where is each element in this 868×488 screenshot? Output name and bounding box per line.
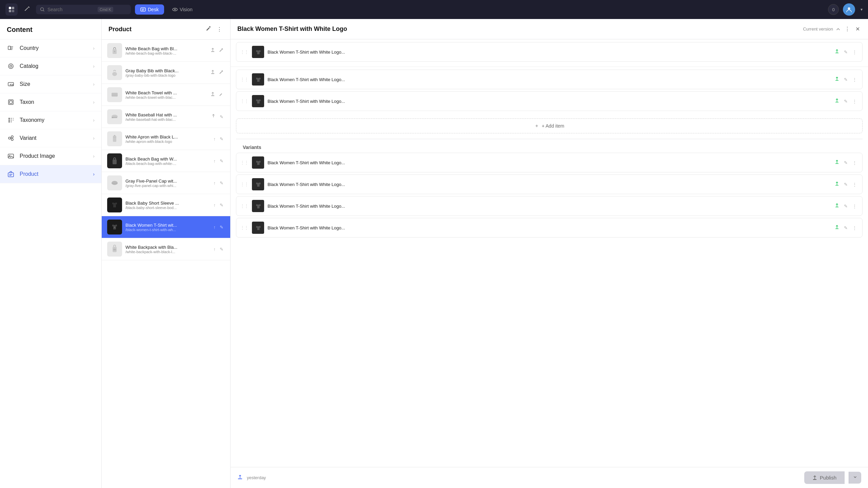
- product-upload-button[interactable]: ↑: [212, 246, 217, 252]
- sidebar-item-country[interactable]: Country ›: [0, 39, 101, 57]
- app-logo[interactable]: [5, 3, 18, 16]
- footer-timestamp: yesterday: [247, 475, 800, 480]
- sidebar-item-product-image[interactable]: Product Image ›: [0, 147, 101, 165]
- add-item-button[interactable]: ＋ + Add item: [236, 118, 863, 133]
- product-item[interactable]: White Apron with Black L... /white-apron…: [102, 128, 230, 150]
- svg-point-23: [13, 119, 14, 121]
- item-edit-button[interactable]: ✎: [843, 49, 849, 55]
- search-bar[interactable]: Cmd K: [36, 5, 131, 14]
- variant-pin-button[interactable]: [833, 203, 841, 209]
- desk-button[interactable]: Desk: [135, 4, 164, 15]
- product-upload-button[interactable]: [209, 69, 216, 76]
- right-panel-title: Black Women T-Shirt with White Logo: [237, 25, 800, 33]
- product-slug: /white-beach-towel-with-blac...: [125, 95, 206, 99]
- variant-pin-button[interactable]: [833, 181, 841, 188]
- item-row-partial: ⋮⋮ Black Women T-Shirt with White Logo..…: [236, 42, 863, 62]
- search-input[interactable]: [47, 7, 95, 12]
- drag-handle[interactable]: ⋮⋮: [240, 77, 249, 82]
- product-item[interactable]: Black Beach Bag with W... /black-beach-b…: [102, 150, 230, 172]
- user-avatar[interactable]: [843, 3, 855, 16]
- drag-handle[interactable]: ⋮⋮: [240, 50, 249, 54]
- vision-button[interactable]: Vision: [168, 4, 197, 15]
- product-upload-button[interactable]: ↑: [212, 180, 217, 186]
- drag-handle[interactable]: ⋮⋮: [240, 99, 249, 104]
- product-item[interactable]: Gray Baby Bib with Black... /gray-baby-b…: [102, 62, 230, 84]
- product-item[interactable]: Black Baby Short Sleeve ... /black-baby-…: [102, 194, 230, 216]
- sidebar-item-label: Variant: [20, 135, 88, 141]
- product-edit-button[interactable]: ✎: [218, 114, 225, 120]
- product-upload-button[interactable]: [209, 47, 216, 54]
- product-upload-button[interactable]: [210, 113, 217, 120]
- edit-button[interactable]: [22, 4, 32, 16]
- notification-badge[interactable]: 0: [828, 4, 839, 15]
- drag-handle[interactable]: ⋮⋮: [240, 160, 249, 165]
- product-edit-button[interactable]: ✎: [218, 202, 225, 208]
- item-more-button[interactable]: ⋮: [851, 76, 858, 83]
- variant-more-button[interactable]: ⋮: [851, 181, 858, 188]
- svg-point-17: [8, 119, 10, 121]
- svg-rect-1: [12, 7, 14, 9]
- product-thumbnail: [107, 109, 122, 124]
- sidebar-item-variant[interactable]: Variant ›: [0, 129, 101, 147]
- variant-pin-button[interactable]: [833, 224, 841, 231]
- panel-edit-button[interactable]: [204, 24, 213, 34]
- drag-handle[interactable]: ⋮⋮: [240, 182, 249, 187]
- product-edit-button[interactable]: ✎: [218, 136, 225, 142]
- item-more-button[interactable]: ⋮: [851, 49, 858, 55]
- right-more-button[interactable]: ⋮: [843, 24, 851, 34]
- product-item[interactable]: White Backpack with Bla... /white-backpa…: [102, 238, 230, 260]
- product-upload-button[interactable]: [209, 91, 216, 98]
- sidebar-item-taxonomy[interactable]: Taxonomy ›: [0, 111, 101, 129]
- product-edit-button[interactable]: ✎: [218, 246, 225, 252]
- item-edit-button[interactable]: ✎: [843, 76, 849, 83]
- product-item[interactable]: Gray Five-Panel Cap wit... /gray-five-pa…: [102, 172, 230, 194]
- variant-more-button[interactable]: ⋮: [851, 159, 858, 166]
- product-upload-button[interactable]: ↑: [212, 158, 217, 164]
- product-item[interactable]: White Baseball Hat with ... /white-baseb…: [102, 106, 230, 128]
- product-item[interactable]: White Beach Towel with ... /white-beach-…: [102, 84, 230, 106]
- item-pin-button[interactable]: [833, 98, 841, 105]
- right-close-button[interactable]: ✕: [854, 24, 861, 34]
- svg-point-31: [114, 51, 115, 52]
- product-edit-button[interactable]: [218, 69, 225, 76]
- item-thumbnail: [252, 73, 264, 86]
- variant-edit-button[interactable]: ✎: [843, 225, 849, 231]
- sidebar-item-product[interactable]: Product ›: [0, 165, 101, 183]
- sidebar-item-catalog[interactable]: Catalog ›: [0, 57, 101, 75]
- product-edit-button[interactable]: ✎: [218, 180, 225, 186]
- product-edit-button[interactable]: [218, 47, 225, 54]
- drag-handle[interactable]: ⋮⋮: [240, 225, 249, 230]
- item-pin-button[interactable]: [833, 49, 841, 55]
- item-edit-button[interactable]: ✎: [843, 98, 849, 105]
- product-edit-button[interactable]: [218, 91, 225, 98]
- product-upload-button[interactable]: ↑: [212, 202, 217, 208]
- svg-rect-9: [8, 46, 11, 50]
- product-edit-button[interactable]: ✎: [218, 158, 225, 164]
- product-actions: ✎: [210, 113, 225, 120]
- product-image-icon: [7, 152, 15, 160]
- variant-edit-button[interactable]: ✎: [843, 203, 849, 209]
- drag-handle[interactable]: ⋮⋮: [240, 204, 249, 208]
- publish-dropdown-button[interactable]: [849, 472, 861, 484]
- svg-point-11: [10, 65, 12, 67]
- sidebar-item-taxon[interactable]: Taxon ›: [0, 93, 101, 111]
- product-thumbnail: [107, 65, 122, 80]
- variant-edit-button[interactable]: ✎: [843, 159, 849, 166]
- product-item[interactable]: White Beach Bag with Bl... /white-beach-…: [102, 40, 230, 62]
- item-pin-button[interactable]: [833, 76, 841, 83]
- sidebar-item-size[interactable]: Kb Size ›: [0, 75, 101, 93]
- product-name: Black Baby Short Sleeve ...: [125, 201, 209, 206]
- product-edit-button[interactable]: ✎: [218, 224, 225, 230]
- variant-edit-button[interactable]: ✎: [843, 181, 849, 188]
- variant-more-button[interactable]: ⋮: [851, 225, 858, 231]
- variant-more-button[interactable]: ⋮: [851, 203, 858, 209]
- panel-more-button[interactable]: ⋮: [215, 25, 223, 34]
- product-actions: ↑ ✎: [212, 136, 225, 142]
- product-upload-button[interactable]: ↑: [212, 136, 217, 142]
- variant-pin-button[interactable]: [833, 159, 841, 166]
- item-more-button[interactable]: ⋮: [851, 98, 858, 105]
- product-name: Black Women T-Shirt wit...: [125, 223, 209, 228]
- product-upload-button[interactable]: ↑: [212, 224, 217, 230]
- publish-button[interactable]: Publish: [804, 471, 845, 484]
- product-item-selected[interactable]: Black Women T-Shirt wit... /black-women-…: [102, 216, 230, 238]
